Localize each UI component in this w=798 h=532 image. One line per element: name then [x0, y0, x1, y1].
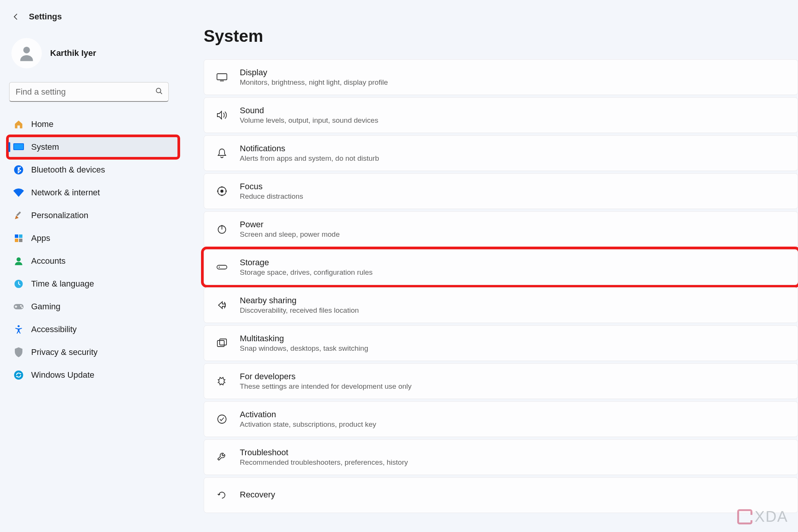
card-title: For developers — [240, 372, 412, 382]
sidebar-item-privacy[interactable]: Privacy & security — [8, 341, 179, 363]
left-pane: Settings Karthik Iyer Home System Blueto… — [0, 0, 179, 532]
svg-point-0 — [23, 47, 30, 54]
home-icon — [13, 119, 24, 130]
card-subtitle: These settings are intended for developm… — [240, 382, 412, 391]
card-subtitle: Activation state, subscriptions, product… — [240, 420, 376, 429]
card-title: Nearby sharing — [240, 296, 359, 306]
card-developers[interactable]: For developers These settings are intend… — [204, 363, 798, 399]
svg-rect-6 — [15, 234, 18, 238]
display-icon — [215, 71, 228, 84]
card-nearby[interactable]: Nearby sharing Discoverability, received… — [204, 287, 798, 323]
card-notifications[interactable]: Notifications Alerts from apps and syste… — [204, 135, 798, 171]
sidebar-item-label: Accessibility — [31, 325, 77, 334]
svg-rect-9 — [19, 239, 22, 242]
recovery-icon — [215, 489, 228, 502]
personalization-icon — [13, 210, 24, 221]
svg-point-13 — [20, 305, 22, 307]
card-subtitle: Volume levels, output, input, sound devi… — [240, 116, 378, 125]
card-title: Display — [240, 68, 388, 78]
svg-point-22 — [219, 267, 220, 268]
svg-point-10 — [17, 257, 21, 261]
accessibility-icon — [13, 324, 24, 335]
search-input[interactable] — [9, 82, 169, 102]
svg-point-15 — [17, 325, 19, 327]
notifications-icon — [215, 147, 228, 160]
power-icon — [215, 223, 228, 236]
card-recovery[interactable]: Recovery — [204, 477, 798, 513]
sidebar-item-label: System — [31, 142, 59, 152]
svg-rect-21 — [217, 265, 227, 269]
sidebar-item-system[interactable]: System — [8, 136, 179, 158]
nav: Home System Bluetooth & devices Network … — [8, 113, 179, 386]
page-title: System — [204, 27, 798, 46]
avatar — [11, 38, 42, 68]
card-subtitle: Discoverability, received files location — [240, 306, 359, 315]
card-title: Troubleshoot — [240, 448, 408, 458]
svg-point-25 — [218, 415, 226, 423]
card-troubleshoot[interactable]: Troubleshoot Recommended troubleshooters… — [204, 439, 798, 475]
card-multitasking[interactable]: Multitasking Snap windows, desktops, tas… — [204, 325, 798, 361]
search-icon — [155, 87, 163, 97]
sidebar-item-home[interactable]: Home — [8, 113, 179, 135]
sidebar-item-label: Bluetooth & devices — [31, 165, 105, 175]
time-icon — [13, 278, 24, 290]
svg-rect-17 — [217, 74, 227, 80]
card-power[interactable]: Power Screen and sleep, power mode — [204, 211, 798, 247]
accounts-icon — [13, 255, 24, 267]
main-pane: System Display Monitors, brightness, nig… — [179, 0, 798, 532]
sidebar-item-time[interactable]: Time & language — [8, 273, 179, 295]
card-focus[interactable]: Focus Reduce distractions — [204, 173, 798, 209]
card-subtitle: Recommended troubleshooters, preferences… — [240, 458, 408, 467]
sidebar-item-label: Home — [31, 119, 54, 129]
svg-rect-8 — [15, 239, 18, 242]
user-block[interactable]: Karthik Iyer — [8, 31, 179, 80]
card-subtitle: Snap windows, desktops, task switching — [240, 344, 368, 353]
sidebar-item-accessibility[interactable]: Accessibility — [8, 318, 179, 340]
sidebar-item-label: Time & language — [31, 279, 94, 289]
card-title: Recovery — [240, 490, 275, 500]
sidebar-item-accounts[interactable]: Accounts — [8, 250, 179, 272]
sidebar-item-label: Network & internet — [31, 188, 100, 198]
storage-icon — [215, 261, 228, 274]
multitasking-icon — [215, 337, 228, 350]
nearby-icon — [215, 299, 228, 312]
sidebar-item-apps[interactable]: Apps — [8, 227, 179, 249]
back-button[interactable] — [9, 10, 23, 24]
focus-icon — [215, 185, 228, 198]
sidebar-item-personalization[interactable]: Personalization — [8, 204, 179, 226]
svg-rect-7 — [19, 234, 22, 238]
sidebar-item-label: Gaming — [31, 302, 60, 312]
developers-icon — [215, 375, 228, 388]
svg-point-1 — [156, 88, 161, 93]
card-display[interactable]: Display Monitors, brightness, night ligh… — [204, 59, 798, 95]
network-icon — [13, 187, 24, 198]
sidebar-item-label: Privacy & security — [31, 347, 98, 357]
sidebar-item-network[interactable]: Network & internet — [8, 182, 179, 204]
privacy-icon — [13, 347, 24, 358]
card-sound[interactable]: Sound Volume levels, output, input, soun… — [204, 97, 798, 133]
sidebar-item-bluetooth[interactable]: Bluetooth & devices — [8, 159, 179, 181]
card-title: Power — [240, 220, 340, 230]
update-icon — [13, 369, 24, 381]
svg-point-16 — [14, 370, 23, 380]
card-title: Focus — [240, 182, 303, 192]
activation-icon — [215, 413, 228, 426]
card-title: Storage — [240, 258, 373, 268]
sidebar-item-label: Accounts — [31, 256, 66, 266]
card-activation[interactable]: Activation Activation state, subscriptio… — [204, 401, 798, 437]
svg-rect-24 — [220, 339, 226, 345]
sidebar-item-gaming[interactable]: Gaming — [8, 296, 179, 318]
sidebar-item-label: Personalization — [31, 211, 88, 220]
card-subtitle: Alerts from apps and system, do not dist… — [240, 154, 379, 163]
svg-rect-5 — [16, 212, 21, 216]
system-icon — [13, 141, 24, 153]
gaming-icon — [13, 301, 24, 312]
card-storage[interactable]: Storage Storage space, drives, configura… — [204, 249, 798, 285]
app-title: Settings — [29, 12, 62, 22]
apps-icon — [13, 233, 24, 244]
settings-card-list: Display Monitors, brightness, night ligh… — [204, 59, 798, 513]
card-title: Multitasking — [240, 334, 368, 344]
svg-rect-23 — [217, 340, 224, 347]
sidebar-item-update[interactable]: Windows Update — [8, 364, 179, 386]
sidebar-item-label: Windows Update — [31, 370, 94, 380]
